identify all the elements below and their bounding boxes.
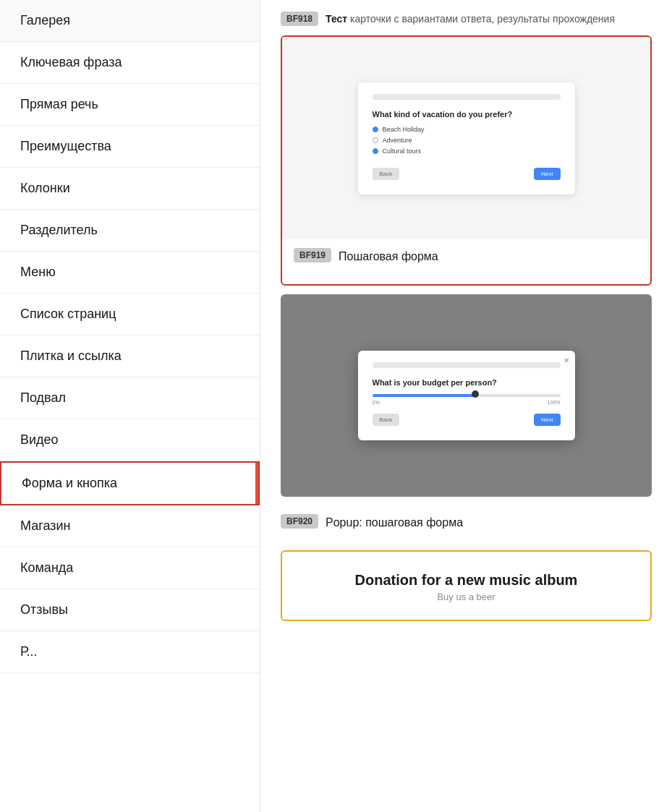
scroll-indicator [255, 463, 258, 504]
quiz-option-dot-3 [373, 148, 378, 154]
popup-footer: Back Next [373, 414, 561, 426]
sidebar-item-footer[interactable]: Подвал [0, 377, 260, 419]
quiz-footer: Back Next [373, 168, 561, 180]
quiz-prev-button[interactable]: Back [373, 168, 400, 180]
quiz-option-dot-2 [373, 137, 378, 143]
popup-next-button[interactable]: Next [534, 414, 560, 426]
slider-track[interactable] [373, 394, 561, 397]
bf918-title: Тест карточки с вариантами ответа, резул… [326, 12, 615, 27]
bf918-badge: BF918 [281, 12, 318, 26]
sidebar-item-form-button[interactable]: Форма и кнопка [0, 461, 260, 505]
bf920-preview-inner: ✕ What is your budget per person? 0% 100… [281, 294, 652, 497]
donation-subtitle: Buy us a beer [299, 591, 633, 602]
sidebar-item-gallery[interactable]: Галерея [0, 0, 260, 42]
sidebar-item-page-list[interactable]: Список страниц [0, 294, 260, 336]
sidebar-item-tile-link[interactable]: Плитка и ссылка [0, 336, 260, 377]
quiz-option-2: Adventure [373, 137, 561, 144]
slider-labels: 0% 100% [373, 400, 561, 405]
popup-close-icon[interactable]: ✕ [563, 356, 569, 364]
sidebar-item-more[interactable]: Р... [0, 631, 260, 673]
quiz-option-dot-1 [373, 127, 378, 132]
sidebar-item-direct-speech[interactable]: Прямая речь [0, 84, 260, 126]
bf920-preview-box: ✕ What is your budget per person? 0% 100… [281, 294, 652, 497]
popup-mockup: ✕ What is your budget per person? 0% 100… [358, 351, 575, 440]
sidebar-item-team[interactable]: Команда [0, 547, 260, 589]
bf918-header: BF918 Тест карточки с вариантами ответа,… [281, 0, 652, 27]
quiz-option-1: Beach Holiday [373, 126, 561, 133]
popup-prev-button[interactable]: Back [373, 414, 400, 426]
sidebar-item-key-phrase[interactable]: Ключевая фраза [0, 42, 260, 84]
bf920-badge: BF920 [281, 514, 318, 529]
sidebar-item-columns[interactable]: Колонки [0, 168, 260, 210]
main-content: BF918 Тест карточки с вариантами ответа,… [260, 0, 672, 812]
quiz-top-bar [373, 94, 561, 100]
bf920-label-row: BF920 Popup: пошаговая форма [281, 505, 652, 542]
donation-box: Donation for a new music album Buy us a … [281, 550, 652, 621]
popup-top-bar [373, 362, 561, 368]
sidebar: Галерея Ключевая фраза Прямая речь Преим… [0, 0, 260, 812]
donation-title: Donation for a new music album [299, 572, 633, 589]
sidebar-item-video[interactable]: Видео [0, 419, 260, 461]
quiz-option-3: Cultural tours [373, 148, 561, 155]
bf919-preview-inner: What kind of vacation do you prefer? Bea… [282, 37, 650, 239]
bf919-badge: BF919 [294, 248, 331, 262]
bf920-title: Popup: пошаговая форма [326, 514, 463, 531]
sidebar-item-reviews[interactable]: Отзывы [0, 589, 260, 631]
quiz-next-button[interactable]: Next [534, 168, 560, 180]
sidebar-item-advantages[interactable]: Преимущества [0, 126, 260, 168]
sidebar-item-shop[interactable]: Магазин [0, 505, 260, 547]
slider-thumb [472, 390, 479, 398]
popup-question: What is your budget per person? [373, 378, 561, 387]
slider-fill [373, 394, 476, 397]
bf919-preview-box: What kind of vacation do you prefer? Bea… [281, 35, 652, 286]
bf919-title: Пошаговая форма [339, 248, 438, 265]
sidebar-item-menu[interactable]: Меню [0, 252, 260, 294]
quiz-question: What kind of vacation do you prefer? [373, 110, 561, 119]
bf919-label-row: BF919 Пошаговая форма [282, 239, 650, 275]
quiz-mockup: What kind of vacation do you prefer? Bea… [358, 82, 575, 195]
sidebar-item-divider[interactable]: Разделитель [0, 210, 260, 252]
